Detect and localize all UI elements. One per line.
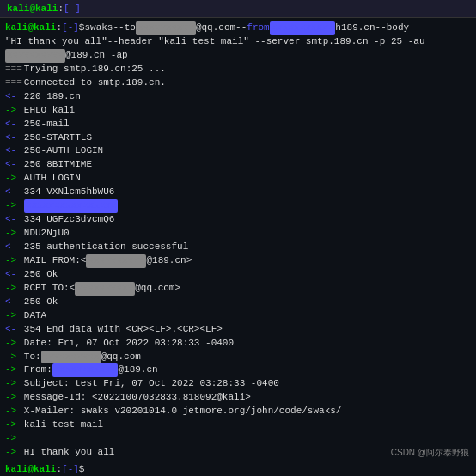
output-line-22: -> To: xxxxxxxxxx @qq.com [5,351,471,364]
username-b64: xxxxxxxxxxxxxxxx [24,199,119,213]
output-line-14: <- 235 authentication successful [5,241,471,254]
output-line-18: <- 250 Ok [5,296,471,309]
cmd-swaks: swaks [84,21,113,35]
output-line-2: === Connected to smtp.189.cn. [5,76,471,90]
output-line-15: -> MAIL FROM:< xxxxxxxxxx @189.cn> [5,254,471,268]
output-line-28: -> [5,432,471,446]
output-line-24: -> Subject: test Fri, 07 Oct 2022 03:28:… [5,377,471,391]
bottom-user: kali@kali [5,464,56,474]
output-line-9: -> AUTH LOGIN [5,172,471,186]
output-line-6: <- 250-STARTTLS [5,131,471,145]
output-line-13: -> NDU2NjU0 [5,227,471,241]
output-line-19: -> DATA [5,309,471,323]
output-line-11: -> xxxxxxxxxxxxxxxx [5,199,471,213]
output-line-25: -> Message-Id: <20221007032833.818092@ka… [5,391,471,405]
mail-from: xxxxxxxxxx [86,254,146,268]
from-email: xxxxxxxxxxx [270,21,336,35]
output-line-16: <- 250 Ok [5,268,471,282]
output-line-23: -> From: xxxxxxxxxxx @189.cn [5,363,471,377]
output-line-1: === Trying smtp.189.cn:25 ... [5,63,471,76]
bottom-path: [-] [62,464,79,474]
prompt-user: kali@kali [5,21,56,35]
output-line-3: <- 220 189.cn [5,90,471,104]
title-path: [-] [64,3,81,14]
watermark: CSDN @阿尔泰野狼 [391,447,469,459]
output-line-17: -> RCPT TO:< xxxxxxxxxx @qq.com> [5,282,471,296]
output-line-27: -> kali test mail [5,418,471,432]
title-user: kali@kali [7,3,58,14]
terminal-window: kali@kali:[-] kali@kali:[-]$ swaks --to … [0,0,476,476]
prompt-path: [-] [62,21,79,35]
au-value: xxxxxxxxxx [5,49,65,63]
from-header: xxxxxxxxxxx [52,363,119,377]
to-header: xxxxxxxxxx [41,351,101,364]
output-line-4: -> EHLO kali [5,104,471,118]
output-line-21: -> Date: Fri, 07 Oct 2022 03:28:33 -0400 [5,337,471,351]
output-line-8: <- 250 8BITMIME [5,158,471,172]
output-line-7: <- 250-AUTH LOGIN [5,144,471,158]
rcpt-to: xxxxxxxxxx [75,282,135,296]
output-line-10: <- 334 VXNlcm5hbWU6 [5,186,471,199]
terminal-body: kali@kali:[-]$ swaks --to xxxxxxxxxx @qq… [0,18,476,462]
command-line: kali@kali:[-]$ swaks --to xxxxxxxxxx @qq… [5,21,471,63]
output-line-26: -> X-Mailer: swaks v20201014.0 jetmore.o… [5,405,471,418]
bottom-prompt-bar: kali@kali:[-]$ [0,462,476,476]
title-bar: kali@kali:[-] [0,0,476,18]
output-line-12: <- 334 UGFzc3dvcmQ6 [5,213,471,227]
to-email: xxxxxxxxxx [136,21,196,35]
output-line-5: <- 250-mail [5,118,471,131]
output-line-20: <- 354 End data with <CR><LF>.<CR><LF> [5,323,471,337]
